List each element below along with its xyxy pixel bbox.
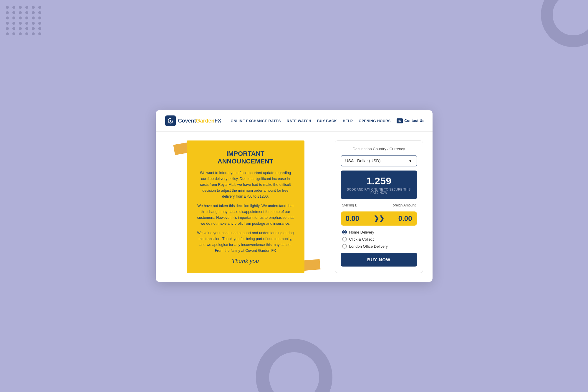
currency-dropdown[interactable]: USA - Dollar (USD) ▼ (341, 155, 417, 166)
london-office-label: London Office Delivery (349, 244, 388, 249)
logo[interactable]: CoventGardenFX (165, 115, 221, 126)
tape-bottom-right (303, 259, 320, 271)
amount-labels: Sterling £ Foreign Amount (341, 203, 417, 207)
nav-item-online-exchange: ONLINE EXCHANGE RATES (231, 118, 281, 123)
selected-currency: USA - Dollar (USD) (345, 158, 381, 163)
background-dots (6, 6, 42, 35)
announcement-para-1: We want to inform you of an important up… (197, 170, 294, 199)
amount-inputs: 0.00 ❯❯ 0.00 (341, 211, 417, 226)
sterling-label: Sterling £ (342, 203, 357, 207)
envelope-icon: ✉ (397, 118, 403, 123)
radio-click-collect[interactable] (342, 237, 347, 242)
nav-link-rate-watch[interactable]: RATE WATCH (287, 119, 311, 123)
bg-circle-top-right (541, 0, 588, 47)
main-content: IMPORTANTANNOUNCEMENT We want to inform … (156, 132, 433, 282)
nav-link-contact[interactable]: ✉ Contact Us (397, 118, 425, 123)
main-card: CoventGardenFX ONLINE EXCHANGE RATES RAT… (156, 110, 433, 282)
chevron-down-icon: ▼ (408, 158, 413, 163)
navbar: CoventGardenFX ONLINE EXCHANGE RATES RAT… (156, 110, 433, 132)
svg-point-0 (170, 120, 171, 122)
announcement-wrapper: IMPORTANTANNOUNCEMENT We want to inform … (165, 140, 326, 273)
rate-box: 1.259 BOOK AND PAY ONLINE TO SECURE THIS… (341, 171, 417, 199)
announcement-body: We want to inform you of an important up… (197, 170, 294, 254)
sterling-value[interactable]: 0.00 (346, 214, 360, 223)
nav-item-rate-watch: RATE WATCH (287, 118, 311, 123)
radio-home-delivery[interactable] (342, 230, 347, 234)
buy-now-button[interactable]: BUY NOW (341, 253, 417, 267)
announcement-note: IMPORTANTANNOUNCEMENT We want to inform … (187, 140, 304, 273)
arrow-icon: ❯❯ (374, 215, 384, 222)
announcement-para-2: We have not taken this decision lightly.… (197, 203, 294, 226)
rate-cta: BOOK AND PAY ONLINE TO SECURE THIS RATE … (346, 188, 412, 194)
signature: Thank you (197, 257, 294, 265)
nav-item-help: HELP (343, 118, 353, 123)
click-collect-label: Click & Collect (349, 237, 374, 242)
delivery-option-collect[interactable]: Click & Collect (342, 237, 417, 242)
delivery-option-london[interactable]: London Office Delivery (342, 244, 417, 249)
foreign-value[interactable]: 0.00 (398, 214, 412, 223)
nav-link-online-exchange[interactable]: ONLINE EXCHANGE RATES (231, 119, 281, 123)
announcement-para-3: We value your continued support and unde… (197, 230, 294, 254)
nav-item-contact: ✉ Contact Us (397, 118, 425, 123)
logo-text: CoventGardenFX (178, 118, 221, 124)
radio-london-office[interactable] (342, 244, 347, 249)
nav-item-opening-hours: OPENING HOURS (359, 118, 391, 123)
logo-icon (165, 115, 176, 126)
delivery-option-home[interactable]: Home Delivery (342, 230, 417, 234)
bg-circle-bottom-left (256, 339, 332, 392)
nav-links: ONLINE EXCHANGE RATES RATE WATCH BUY BAC… (231, 118, 425, 123)
currency-widget: Destination Country / Currency USA - Dol… (335, 140, 423, 273)
delivery-options: Home Delivery Click & Collect London Off… (341, 230, 417, 249)
foreign-label: Foreign Amount (391, 203, 416, 207)
nav-link-opening-hours[interactable]: OPENING HOURS (359, 119, 391, 123)
rate-number: 1.259 (346, 175, 412, 187)
nav-link-help[interactable]: HELP (343, 119, 353, 123)
announcement-title: IMPORTANTANNOUNCEMENT (197, 150, 294, 165)
home-delivery-label: Home Delivery (349, 230, 374, 234)
nav-link-buy-back[interactable]: BUY BACK (317, 119, 337, 123)
destination-label: Destination Country / Currency (341, 147, 417, 151)
nav-item-buy-back: BUY BACK (317, 118, 337, 123)
